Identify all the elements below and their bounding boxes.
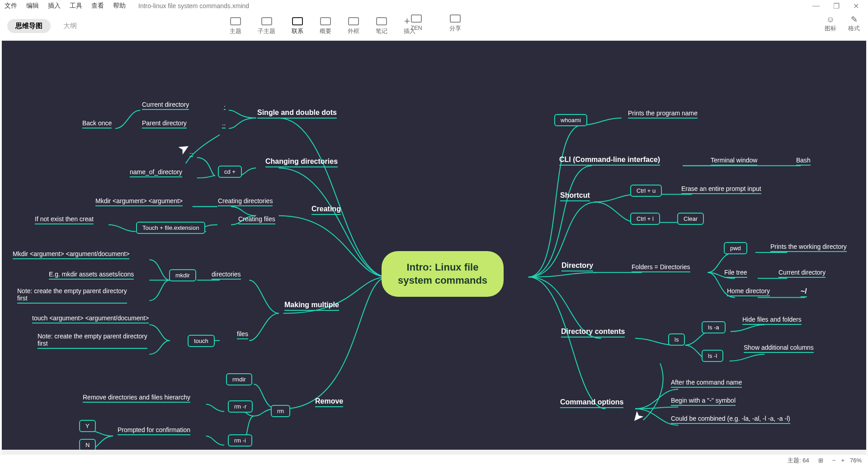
node-mkdir-doc[interactable]: Mkdir <argument> <argument/document> — [13, 250, 129, 257]
hex-rmr[interactable]: rm -r — [228, 400, 253, 413]
hex-touch2[interactable]: touch — [188, 335, 215, 347]
tb-icons[interactable]: ☺图标 — [825, 15, 836, 33]
menu-view[interactable]: 查看 — [91, 2, 104, 10]
hex-pwd[interactable]: pwd — [724, 242, 747, 254]
node-prints-prog[interactable]: Prints the program name — [628, 109, 698, 117]
node-back-once[interactable]: Back once — [82, 119, 112, 127]
view-mindmap[interactable]: 思维导图 — [7, 19, 51, 33]
h-scrollbar[interactable] — [2, 450, 866, 454]
tb-subtopic[interactable]: 子主题 — [258, 17, 275, 35]
maximize-icon[interactable]: ❐ — [833, 2, 840, 10]
node-directory[interactable]: Directory — [561, 262, 593, 270]
node-begin[interactable]: Begin with a "-" symbol — [671, 397, 736, 404]
node-erase[interactable]: Erase an entire prompt input — [681, 185, 761, 192]
node-cli[interactable]: CLI (Command-line interface) — [559, 156, 660, 164]
menu-file[interactable]: 文件 — [5, 2, 17, 10]
hex-ls[interactable]: ls — [668, 333, 685, 346]
node-hide[interactable]: Hide files and folders — [742, 316, 802, 323]
toolbar: 思维导图 大纲 主题 子主题 联系 概要 外框 笔记 +插入 ZEN 分享 ☺图… — [0, 12, 868, 41]
tb-boundary[interactable]: 外框 — [348, 17, 359, 35]
node-rm-prompt[interactable]: Prompted for confirmation — [118, 426, 190, 433]
node-home[interactable]: Home directory — [727, 287, 770, 295]
node-cols[interactable]: Show additional columns — [744, 344, 814, 351]
close-icon[interactable]: ✕ — [853, 2, 859, 10]
hex-lsa[interactable]: ls -a — [702, 321, 726, 333]
node-creating-files[interactable]: Creating files — [238, 215, 275, 223]
node-prints-wd[interactable]: Prints the working directory — [770, 243, 847, 250]
window-controls: — ❐ ✕ — [803, 0, 868, 12]
zoom-out[interactable]: − — [832, 457, 836, 464]
node-current-dir2[interactable]: Current directory — [778, 269, 826, 276]
node-changing[interactable]: Changing directories — [265, 157, 338, 166]
node-mkdir-arg[interactable]: Mkdir <argument> <argument> — [95, 197, 183, 204]
zoom-in[interactable]: + — [841, 457, 844, 464]
tb-relation[interactable]: 联系 — [292, 17, 303, 35]
node-current-dir[interactable]: Current directory — [142, 101, 189, 108]
hex-y[interactable]: Y — [79, 420, 96, 432]
node-contents[interactable]: Directory contents — [561, 328, 625, 336]
node-touch-arg[interactable]: touch <argument> <argument/document> — [32, 314, 149, 322]
tb-zen[interactable]: ZEN — [410, 14, 422, 33]
hex-rm[interactable]: rm — [271, 405, 290, 417]
root-node[interactable]: Intro: Linux file system commands — [382, 251, 504, 297]
node-single-dots[interactable]: Single and double dots — [257, 109, 337, 117]
hex-lsl[interactable]: ls -l — [702, 350, 723, 362]
tb-notes[interactable]: 笔记 — [376, 17, 387, 35]
hex-clear[interactable]: Clear — [677, 213, 704, 225]
node-touch-note[interactable]: Note: create the empty parent directory … — [38, 333, 147, 347]
zoom-level: 76% — [850, 457, 862, 464]
node-mkdir-eg[interactable]: E.g. mkdir assets assets/icons — [49, 271, 134, 278]
hex-ctrll[interactable]: Ctrl + l — [630, 213, 660, 225]
node-term[interactable]: Terminal window — [711, 157, 757, 164]
tb-topic[interactable]: 主题 — [230, 17, 241, 35]
hex-whoami[interactable]: whoami — [554, 114, 587, 126]
node-shortcut[interactable]: Shortcut — [560, 191, 590, 200]
hex-rmdir[interactable]: rmdir — [226, 373, 252, 385]
tb-format[interactable]: ✎格式 — [848, 14, 860, 33]
node-mult-dirs[interactable]: directories — [212, 271, 241, 278]
view-outline[interactable]: 大纲 — [55, 19, 85, 33]
tb-summary[interactable]: 概要 — [320, 17, 331, 35]
menu-tools[interactable]: 工具 — [70, 2, 82, 10]
hex-ctrlu[interactable]: Ctrl + u — [630, 185, 662, 197]
node-combined[interactable]: Could be combined (e.g. -la, -al, -l -a,… — [671, 415, 790, 422]
tb-share[interactable]: 分享 — [449, 14, 461, 33]
hex-touch[interactable]: Touch + file.extension — [136, 222, 205, 234]
node-rm-hier[interactable]: Remove directories and files hierarchy — [83, 394, 190, 401]
canvas[interactable]: Intro: Linux file system commands Single… — [2, 41, 866, 454]
node-file-tree[interactable]: File tree — [724, 269, 747, 276]
node-parent-dir[interactable]: Parent directory — [142, 119, 187, 127]
menu-help[interactable]: 帮助 — [113, 2, 126, 10]
node-creating-dirs[interactable]: Creating directories — [218, 197, 273, 204]
node-remove[interactable]: Remove — [315, 397, 343, 405]
node-dot[interactable]: . — [224, 101, 226, 108]
statusbar: 主题: 64 ⊞ − + 76% — [0, 454, 868, 466]
node-bash[interactable]: Bash — [796, 157, 811, 164]
arrow-icon: ➤ — [628, 408, 648, 427]
node-dotdot[interactable]: .. — [222, 119, 226, 127]
map-icon[interactable]: ⊞ — [818, 457, 823, 464]
node-creating[interactable]: Creating — [311, 205, 341, 213]
minimize-icon[interactable]: — — [812, 2, 820, 10]
node-multiple[interactable]: Making multiple — [284, 301, 339, 309]
node-options[interactable]: Command options — [560, 398, 623, 406]
hex-rmi[interactable]: rm -i — [228, 434, 252, 447]
menu-edit[interactable]: 编辑 — [26, 2, 39, 10]
node-name-dir[interactable]: name_of_directory — [130, 168, 182, 176]
hex-mkdir[interactable]: mkdir — [169, 269, 196, 281]
node-mkdir-note[interactable]: Note: create the empty parent directory … — [17, 287, 127, 302]
node-after[interactable]: After the command name — [671, 379, 742, 386]
document-title: Intro-linux file system commands.xmind — [138, 2, 249, 10]
hex-n[interactable]: N — [79, 439, 96, 451]
node-tilde[interactable]: ~/ — [801, 287, 807, 295]
node-if-not-exist[interactable]: If not exist then creat — [35, 215, 94, 223]
node-folders[interactable]: Folders = Directories — [632, 263, 690, 271]
menubar: 文件 编辑 插入 工具 查看 帮助 Intro-linux file syste… — [0, 0, 868, 12]
hex-cd[interactable]: cd + — [218, 166, 242, 178]
node-mult-files[interactable]: files — [237, 330, 248, 338]
menu-insert[interactable]: 插入 — [48, 2, 61, 10]
